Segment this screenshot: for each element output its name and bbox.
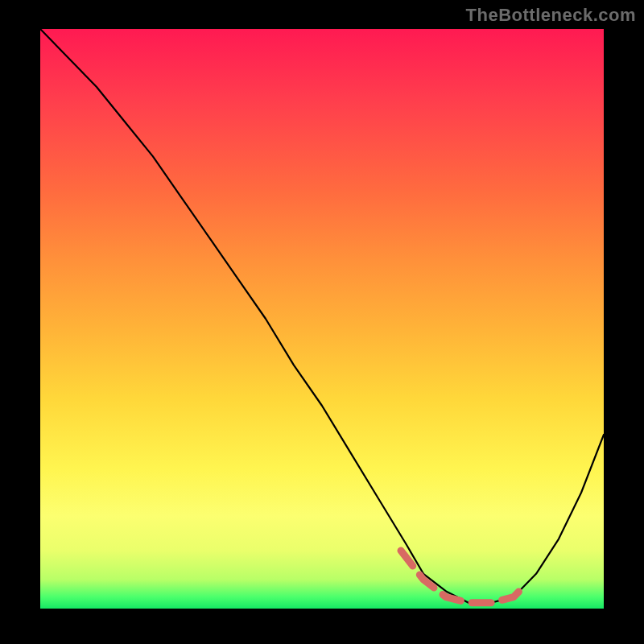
chart-svg (40, 29, 604, 609)
chart-container: TheBottleneck.com (0, 0, 644, 644)
watermark-text: TheBottleneck.com (466, 5, 636, 26)
highlight-segments-line (401, 551, 525, 603)
bottleneck-curve-line (40, 29, 604, 603)
